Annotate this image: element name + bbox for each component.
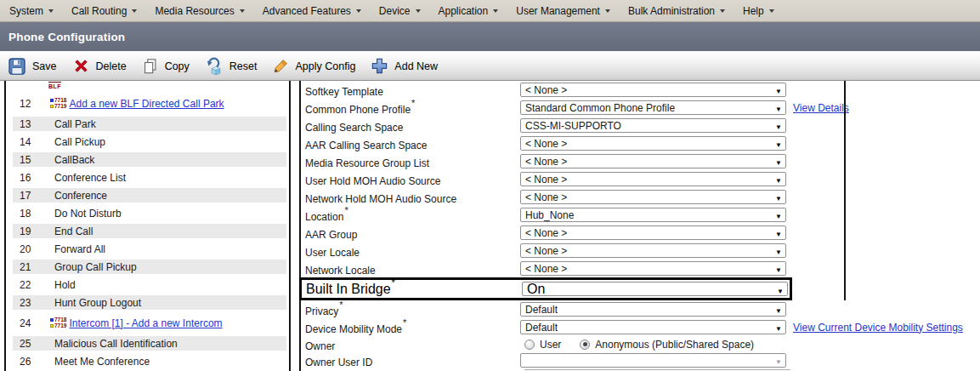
- row-number: 21: [13, 261, 50, 273]
- blue-line-square-icon: [50, 318, 54, 322]
- row-label: Malicious Call Identification: [50, 338, 178, 350]
- row-label: Conference List: [50, 172, 126, 184]
- softkey-template-select[interactable]: < None >: [520, 83, 786, 97]
- menu-call-routing[interactable]: Call Routing: [71, 5, 137, 17]
- association-partial-row: BLF: [6, 81, 289, 92]
- network-hold-moh-audio-source-select[interactable]: < None >: [520, 190, 786, 204]
- device-mobility-mode-select[interactable]: Default: [520, 320, 786, 334]
- chevron-down-icon: [775, 304, 782, 316]
- menu-help[interactable]: Help: [743, 5, 774, 17]
- list-item: 17Conference: [13, 186, 286, 204]
- menu-system[interactable]: System: [9, 5, 54, 17]
- field-label: Network Hold MOH Audio Source: [301, 190, 520, 205]
- network-locale-select[interactable]: < None >: [520, 261, 786, 276]
- chevron-down-icon: [775, 245, 782, 257]
- apply-config-icon: [272, 58, 289, 75]
- chevron-down-icon: [775, 84, 782, 96]
- location-select[interactable]: Hub_None: [520, 208, 786, 222]
- built-in-bridge-select[interactable]: On: [522, 282, 788, 296]
- line-dn-icon: 7718 7719: [50, 98, 66, 110]
- owner-user-radio[interactable]: [524, 340, 535, 350]
- owner-anonymous-radio[interactable]: [580, 340, 590, 350]
- row-number: 18: [13, 208, 50, 220]
- menu-application[interactable]: Application: [439, 5, 499, 17]
- user-locale-select[interactable]: < None >: [520, 243, 786, 258]
- field-label: Owner User ID: [301, 353, 520, 368]
- list-item: 25Malicious Call Identification: [13, 334, 286, 352]
- association-list: 12 7718 7719 Add a new BLF Directed Call…: [6, 92, 289, 370]
- form-row-owner: Owner User Anonymous (Public/Shared Spac…: [301, 336, 980, 352]
- privacy-select[interactable]: Default: [520, 302, 786, 317]
- add-blf-directed-call-park-link[interactable]: Add a new BLF Directed Call Park: [69, 98, 224, 110]
- form-row-location: Location* Hub_None: [301, 206, 980, 224]
- media-resource-group-list-select[interactable]: < None >: [520, 154, 786, 168]
- view-current-device-mobility-settings-link[interactable]: View Current Device Mobility Settings: [793, 322, 963, 334]
- field-label: User Locale: [301, 243, 520, 259]
- row-label: Conference: [50, 190, 107, 202]
- form-row-aar-group: AAR Group < None >: [301, 224, 980, 242]
- yellow-line-square-icon: [50, 324, 54, 328]
- user-hold-moh-audio-source-select[interactable]: < None >: [520, 172, 786, 186]
- owner-anonymous-radio-label: Anonymous (Public/Shared Space): [595, 339, 754, 351]
- save-button[interactable]: Save: [8, 57, 57, 76]
- row-label: CallBack: [50, 154, 94, 166]
- field-label: Device Mobility Mode*: [301, 320, 520, 335]
- menu-media-resources[interactable]: Media Resources: [155, 5, 244, 17]
- view-details-link[interactable]: View Details: [793, 102, 849, 114]
- list-item: 21Group Call Pickup: [13, 258, 286, 276]
- list-item: 23Hunt Group Logout: [13, 294, 286, 311]
- row-label: Group Call Pickup: [50, 261, 137, 273]
- chevron-down-icon: [775, 209, 782, 221]
- row-number: 14: [13, 136, 50, 148]
- delete-button[interactable]: Delete: [72, 57, 127, 75]
- row-number: 20: [13, 243, 50, 255]
- list-item: 18Do Not Disturb: [13, 204, 286, 222]
- yellow-line-square-icon: [50, 105, 54, 108]
- chevron-down-icon: [605, 9, 610, 13]
- menu-device[interactable]: Device: [379, 5, 421, 17]
- reset-button[interactable]: Reset: [205, 57, 258, 76]
- copy-icon: [142, 58, 159, 75]
- list-item: 26Meet Me Conference: [13, 352, 286, 370]
- field-label: Built In Bridge*: [302, 280, 522, 297]
- row-label: Do Not Disturb: [50, 208, 122, 220]
- aar-calling-search-space-select[interactable]: < None >: [520, 136, 786, 151]
- chevron-down-icon: [132, 9, 137, 13]
- main-menu-bar: System Call Routing Media Resources Adva…: [0, 0, 980, 22]
- apply-config-button[interactable]: Apply Config: [272, 58, 355, 75]
- chevron-down-icon: [720, 9, 725, 13]
- form-row-common-phone-profile: Common Phone Profile* Standard Common Ph…: [301, 99, 980, 117]
- form-row-built-in-bridge: Built In Bridge* On: [301, 277, 980, 300]
- form-row-user-locale: User Locale < None >: [301, 242, 980, 260]
- form-row-aar-calling-search-space: AAR Calling Search Space < None >: [301, 134, 980, 152]
- field-label: Network Locale: [301, 261, 520, 277]
- aar-group-select[interactable]: < None >: [520, 225, 786, 240]
- form-row-network-locale: Network Locale < None >: [301, 260, 980, 277]
- intercom-add-new-link[interactable]: Intercom [1] - Add a new Intercom: [69, 317, 222, 329]
- page-title-bar: Phone Configuration: [0, 22, 980, 51]
- chevron-down-icon: [775, 138, 782, 150]
- content-area: BLF 12 7718 7719 Add a new BLF Directed …: [0, 81, 980, 371]
- owner-user-id-select[interactable]: [520, 353, 786, 368]
- list-item: 12 7718 7719 Add a new BLF Directed Call…: [13, 92, 286, 115]
- calling-search-space-select[interactable]: CSS-MI-SUPPORTO: [520, 118, 786, 133]
- chevron-down-icon: [775, 102, 782, 114]
- add-new-button[interactable]: Add New: [371, 57, 438, 75]
- common-phone-profile-select[interactable]: Standard Common Phone Profile: [520, 100, 786, 115]
- chevron-down-icon: [775, 191, 782, 203]
- chevron-down-icon: [48, 9, 54, 13]
- chevron-down-icon: [493, 9, 498, 13]
- menu-advanced-features[interactable]: Advanced Features: [263, 5, 361, 17]
- copy-button[interactable]: Copy: [142, 58, 190, 75]
- menu-bulk-administration[interactable]: Bulk Administration: [628, 5, 725, 17]
- chevron-down-icon: [775, 120, 782, 132]
- form-row-softkey-template: Softkey Template < None >: [301, 81, 980, 99]
- menu-user-management[interactable]: User Management: [516, 5, 610, 17]
- row-number: 19: [13, 225, 50, 237]
- row-number: 23: [13, 297, 50, 309]
- field-label: User Hold MOH Audio Source: [301, 172, 520, 187]
- field-label: AAR Calling Search Space: [301, 136, 520, 151]
- form-row-device-mobility-mode: Device Mobility Mode* Default View Curre…: [301, 318, 980, 336]
- row-label: Meet Me Conference: [50, 356, 150, 368]
- owner-user-radio-label: User: [540, 339, 561, 351]
